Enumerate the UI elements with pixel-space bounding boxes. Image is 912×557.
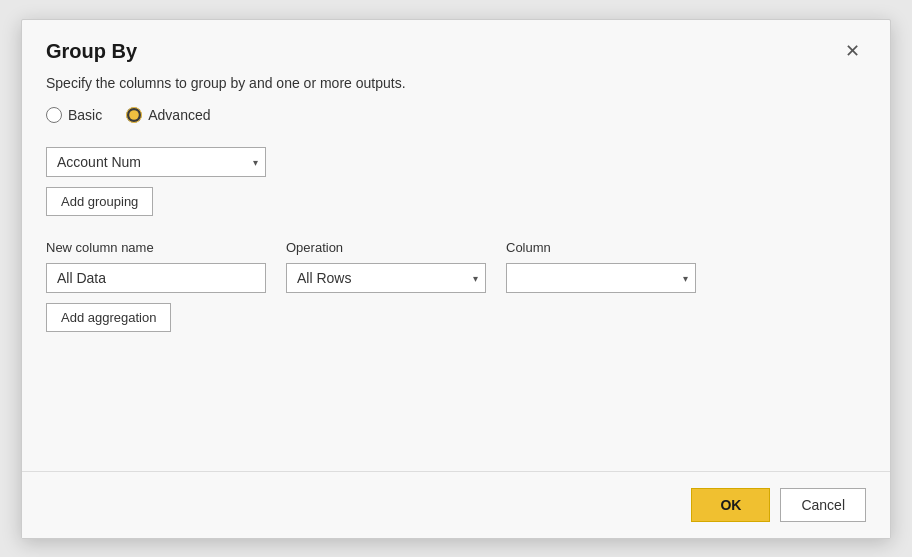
col-name-label: New column name: [46, 240, 266, 255]
operation-label: Operation: [286, 240, 486, 255]
advanced-radio-label[interactable]: Advanced: [126, 107, 210, 123]
close-button[interactable]: ✕: [839, 40, 866, 62]
column-dropdown[interactable]: [506, 263, 696, 293]
account-num-dropdown[interactable]: Account Num Account Other: [46, 147, 266, 177]
dialog-title: Group By: [46, 40, 137, 63]
new-column-name-input[interactable]: [46, 263, 266, 293]
add-aggregation-button[interactable]: Add aggregation: [46, 303, 171, 332]
dialog-footer: OK Cancel: [22, 471, 890, 538]
aggregation-section: New column name Operation Column All Row…: [46, 240, 866, 332]
group-by-dialog: Group By ✕ Specify the columns to group …: [21, 19, 891, 539]
column-dropdown-wrapper: ▾: [506, 263, 696, 293]
grouping-section: Account Num Account Other ▾ Add grouping: [46, 147, 866, 216]
column-label: Column: [506, 240, 696, 255]
aggregation-row: All Rows Sum Average Count ▾ ▾: [46, 263, 866, 293]
basic-radio[interactable]: [46, 107, 62, 123]
aggregation-header: New column name Operation Column: [46, 240, 866, 255]
operation-dropdown[interactable]: All Rows Sum Average Count: [286, 263, 486, 293]
cancel-button[interactable]: Cancel: [780, 488, 866, 522]
dialog-description: Specify the columns to group by and one …: [46, 75, 866, 91]
dialog-body: Specify the columns to group by and one …: [22, 75, 890, 471]
advanced-radio[interactable]: [126, 107, 142, 123]
add-grouping-button[interactable]: Add grouping: [46, 187, 153, 216]
operation-dropdown-wrapper: All Rows Sum Average Count ▾: [286, 263, 486, 293]
account-num-dropdown-wrapper: Account Num Account Other ▾: [46, 147, 266, 177]
mode-radio-group: Basic Advanced: [46, 107, 866, 123]
dialog-header: Group By ✕: [22, 20, 890, 75]
basic-radio-label[interactable]: Basic: [46, 107, 102, 123]
ok-button[interactable]: OK: [691, 488, 770, 522]
basic-label: Basic: [68, 107, 102, 123]
advanced-label: Advanced: [148, 107, 210, 123]
